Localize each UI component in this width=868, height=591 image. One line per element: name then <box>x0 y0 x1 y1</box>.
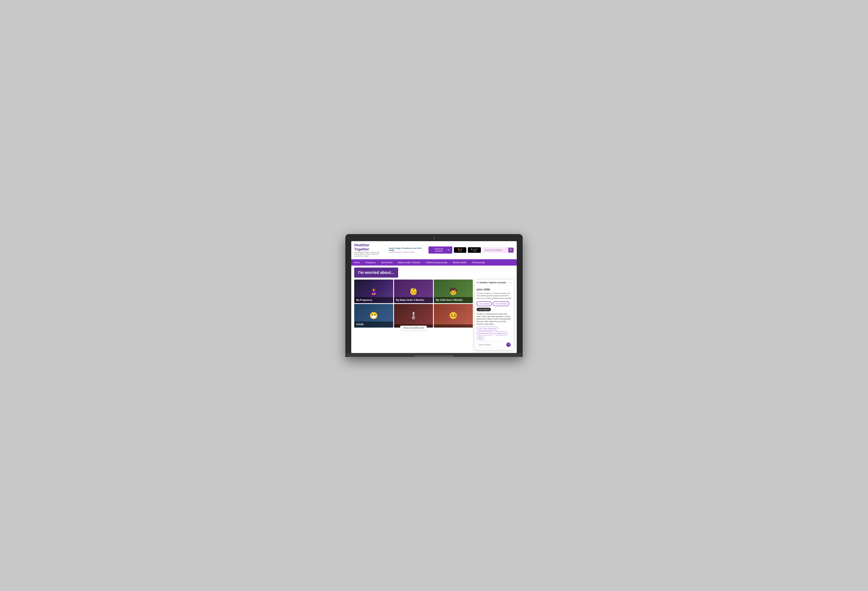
chat-body: your child. I'm here to help you. Please… <box>475 286 514 350</box>
accessibility-label: Show accessibility tools <box>403 327 424 329</box>
hero-title: I'm worried about... <box>358 270 394 275</box>
grid-item-covid[interactable]: 😷 COVID <box>354 304 393 327</box>
accessibility-bar[interactable]: Show accessibility tools <box>400 326 427 330</box>
rcpch-title: Royal College of Paediatrics and Child H… <box>389 247 427 251</box>
nav-item-babies[interactable]: Babies under 3 Months <box>395 259 423 265</box>
laptop-base <box>345 353 523 357</box>
image-grid: 🤰 My Pregnancy 👶 My Baby Under 3 Months … <box>354 280 473 327</box>
search-input[interactable] <box>483 248 508 252</box>
chat-header-left: ↺ Healthier Together Assistant <box>477 281 506 284</box>
content-area: 🤰 My Pregnancy 👶 My Baby Under 3 Months … <box>351 280 517 353</box>
logo-area: Healthier Together Improving the health … <box>354 243 385 257</box>
grid-item-child[interactable]: 🧒 My Child Over 3 Months <box>434 280 473 303</box>
search-icon: 🔍 <box>510 249 512 251</box>
nav-item-children[interactable]: Children/young people <box>423 259 450 265</box>
nav-item-pregnancy[interactable]: Pregnancy <box>363 259 378 265</box>
google-play-button[interactable]: ▶ Google Play <box>468 247 481 253</box>
main-nav: Home Pregnancy New Parent Babies under 3… <box>351 259 517 265</box>
chat-mic-button[interactable]: 🎤 <box>506 343 511 347</box>
grid-item-rash[interactable]: 🤒 <box>434 304 473 327</box>
find-services-label: Find local services <box>431 248 447 252</box>
site-logo-subtitle: Improving the health of children and you… <box>354 251 380 257</box>
grid-item-baby[interactable]: 👶 My Baby Under 3 Months <box>394 280 433 303</box>
chat-greeting: your child. <box>477 288 512 291</box>
app-store-button[interactable]: 🍎 App Store <box>454 247 466 253</box>
chat-header: ↺ Healthier Together Assistant — <box>475 280 514 286</box>
search-icon: 🔍 <box>447 249 450 251</box>
find-services-button[interactable]: Find local services 🔍 <box>428 246 452 253</box>
apple-icon: 🍎 <box>458 248 460 250</box>
site-logo-title: Healthier Together <box>354 243 385 251</box>
chat-intro: I'm here to help you. Please note that I… <box>477 292 512 300</box>
hero-banner: I'm worried about... <box>354 268 398 278</box>
chat-header-title: Healthier Together Assistant <box>480 281 506 284</box>
mic-icon: 🎤 <box>507 343 510 346</box>
option-bronchiolitis[interactable]: Bronchiolitis & RSV <box>477 332 494 335</box>
nav-item-new-parent[interactable]: New Parent <box>378 259 395 265</box>
image-grid-area: 🤰 My Pregnancy 👶 My Baby Under 3 Months … <box>354 280 473 350</box>
nav-item-home[interactable]: Home <box>351 259 363 265</box>
rash-image: 🤒 <box>434 304 473 327</box>
chat-text-input[interactable] <box>478 344 506 346</box>
grid-item-covid-label: COVID <box>354 321 393 327</box>
option-other[interactable]: Other <box>477 336 484 340</box>
laptop-screen: Healthier Together Improving the health … <box>351 241 517 353</box>
grid-item-pregnancy[interactable]: 🤰 My Pregnancy <box>354 280 393 303</box>
minimize-icon[interactable]: — <box>509 281 512 284</box>
play-icon: ▶ <box>471 248 472 250</box>
header-actions: Find local services 🔍 🍎 App Store ▶ Goog… <box>428 246 514 253</box>
chat-message: To help us understand more about your ch… <box>477 313 512 325</box>
search-box: 🔍 <box>483 248 514 253</box>
option-fever[interactable]: Fever / High Temperature <box>477 327 498 330</box>
option-scarlet[interactable]: Scarlet Fever <box>495 332 508 335</box>
refresh-icon[interactable]: ↺ <box>477 281 478 284</box>
nav-item-mental-health[interactable]: Mental Health <box>450 259 469 265</box>
chat-input-area: 🎤 <box>477 342 512 348</box>
search-submit-button[interactable]: 🔍 <box>508 248 514 253</box>
site-header: Healthier Together Improving the health … <box>351 241 517 259</box>
role-btn-clinician[interactable]: I am a clinician <box>493 301 509 306</box>
rcpch-area: Royal College of Paediatrics and Child H… <box>387 247 427 253</box>
chat-widget: ↺ Healthier Together Assistant — your ch… <box>474 280 514 350</box>
grid-item-rash-label <box>434 324 473 327</box>
grid-item-child-label: My Child Over 3 Months <box>434 297 473 303</box>
chat-options: Fever / High Temperature Bronchiolitis &… <box>477 327 512 340</box>
nav-item-professionals[interactable]: Professionals <box>469 259 488 265</box>
chat-role-buttons: I am a parent I am a clinician <box>477 301 512 306</box>
grid-item-pregnancy-label: My Pregnancy <box>354 297 393 303</box>
rcpch-subtitle: Leading the way in Children's Health <box>389 251 427 253</box>
grid-item-oxygen[interactable]: 🌡️ <box>394 304 433 327</box>
chat-selected-role: I am a parent <box>477 308 491 311</box>
role-btn-parent[interactable]: I am a parent <box>477 301 492 306</box>
laptop-camera <box>433 237 435 239</box>
laptop-frame: Healthier Together Improving the health … <box>345 234 523 357</box>
oxygen-image: 🌡️ <box>394 304 433 327</box>
grid-item-baby-label: My Baby Under 3 Months <box>394 297 433 303</box>
google-play-label: Google Play <box>472 248 478 252</box>
